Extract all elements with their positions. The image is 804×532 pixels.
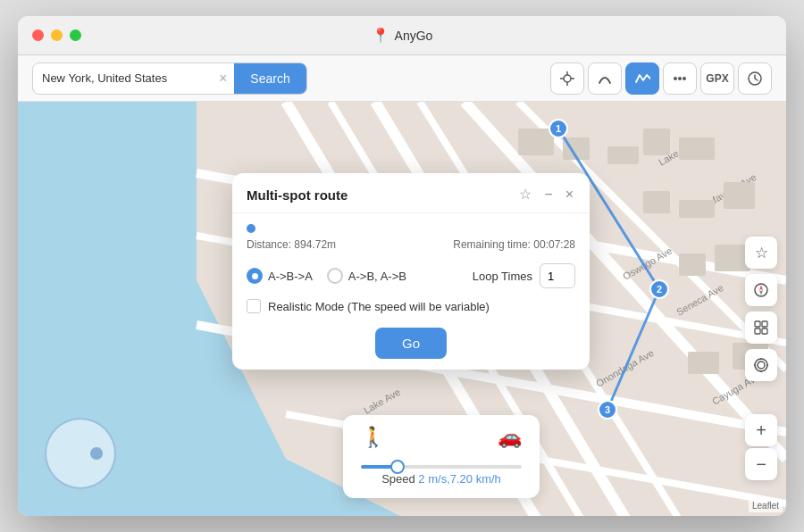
svg-rect-36 (679, 254, 706, 276)
route-options: A->B->A A->B, A->B Loop Times (247, 263, 575, 288)
realistic-mode-checkbox[interactable] (247, 299, 261, 313)
dialog-star-button[interactable]: ☆ (517, 186, 533, 204)
speed-icons: 🚶 🚗 (361, 426, 522, 449)
speed-slider[interactable] (361, 465, 522, 469)
svg-rect-50 (762, 321, 767, 327)
option-ab-loop[interactable]: A->B->A (247, 268, 313, 284)
crosshair-tool-button[interactable] (550, 62, 584, 95)
option-ab-label: A->B, A->B (348, 270, 406, 283)
option-ab-loop-label: A->B->A (268, 270, 313, 283)
favorites-button[interactable]: ☆ (745, 237, 777, 269)
title-pin-icon: 📍 (372, 27, 389, 44)
traffic-lights (32, 29, 81, 41)
search-button[interactable]: Search (234, 62, 306, 95)
gpx-label: GPX (706, 72, 728, 85)
dots-tool-button[interactable] (663, 62, 697, 95)
toolbar: × Search (18, 55, 786, 102)
dialog-header-actions: ☆ − × (517, 186, 575, 204)
route-info: Distance: 894.72m Remaining time: 00:07:… (247, 238, 575, 251)
svg-point-7 (683, 77, 686, 80)
joystick-dot (90, 447, 103, 460)
dialog-close-button[interactable]: × (564, 186, 575, 204)
compass-button[interactable] (745, 274, 777, 306)
dialog-body: Distance: 894.72m Remaining time: 00:07:… (232, 213, 590, 370)
walk-icon: 🚶 (361, 426, 385, 449)
realistic-mode-label: Realistic Mode (The speed will be variab… (268, 300, 490, 313)
svg-rect-33 (643, 191, 670, 213)
map-layers-button[interactable] (745, 312, 777, 344)
car-icon: 🚗 (498, 426, 522, 449)
svg-text:2: 2 (657, 284, 662, 295)
svg-marker-48 (759, 290, 763, 295)
svg-point-6 (678, 77, 682, 80)
loop-times-label: Loop Times (473, 270, 532, 283)
svg-rect-38 (688, 352, 719, 374)
go-button[interactable]: Go (375, 328, 447, 359)
joystick[interactable] (45, 418, 116, 489)
leaflet-credit: Leaflet (749, 499, 783, 512)
app-window: 📍 AnyGo × Search (18, 16, 786, 516)
svg-point-54 (755, 359, 767, 371)
fullscreen-traffic-light[interactable] (70, 29, 81, 41)
zoom-out-button[interactable]: − (745, 448, 777, 480)
svg-rect-35 (724, 182, 755, 209)
search-clear-icon[interactable]: × (212, 71, 234, 86)
svg-rect-52 (762, 328, 767, 334)
loop-times-input[interactable] (540, 263, 575, 288)
search-container: × Search (32, 62, 307, 95)
remaining-label: Remaining time: 00:07:28 (453, 238, 575, 251)
right-sidebar: ☆ (745, 237, 777, 381)
history-tool-button[interactable] (738, 62, 772, 95)
svg-text:3: 3 (605, 404, 610, 415)
option-ab[interactable]: A->B, A->B (327, 268, 406, 284)
svg-rect-28 (518, 129, 554, 155)
multispot-dialog: Multi-spot route ☆ − × Distance: 894.72m… (232, 173, 590, 370)
dialog-header: Multi-spot route ☆ − × (232, 173, 590, 213)
map-area[interactable]: Lake Ave Lafayette Ave Oswego Ave Seneca… (18, 102, 786, 516)
radio-checked-icon (247, 268, 263, 284)
svg-rect-51 (755, 328, 760, 334)
zoom-in-button[interactable]: + (745, 414, 777, 446)
search-input[interactable] (33, 71, 212, 85)
gpx-tool-button[interactable]: GPX (700, 62, 734, 95)
titlebar-title: 📍 AnyGo (372, 27, 433, 44)
radio-unchecked-icon (327, 268, 343, 284)
dialog-minimize-button[interactable]: − (542, 186, 554, 204)
minimize-traffic-light[interactable] (51, 29, 63, 41)
speed-label: Speed 2 m/s,7.20 km/h (361, 472, 522, 486)
pin-dot-icon (247, 224, 255, 233)
svg-point-0 (564, 75, 571, 82)
svg-text:1: 1 (556, 123, 561, 134)
svg-rect-30 (607, 146, 639, 164)
dialog-title: Multi-spot route (247, 187, 517, 203)
speed-value: 2 m/s,7.20 km/h (418, 472, 500, 486)
speed-static-label: Speed (381, 472, 415, 486)
realistic-mode-option[interactable]: Realistic Mode (The speed will be variab… (247, 299, 575, 313)
loop-times-container: Loop Times (473, 263, 575, 288)
titlebar: 📍 AnyGo (18, 16, 786, 55)
close-traffic-light[interactable] (32, 29, 44, 41)
svg-rect-49 (755, 321, 760, 327)
multispot-tool-button[interactable] (625, 62, 659, 95)
svg-point-53 (758, 362, 765, 369)
svg-rect-31 (643, 129, 670, 155)
zoom-controls: + − (745, 414, 777, 480)
route-tool-button[interactable] (588, 62, 622, 95)
app-title: AnyGo (395, 29, 433, 43)
svg-point-5 (674, 77, 677, 80)
svg-rect-34 (679, 200, 715, 218)
speed-panel: 🚶 🚗 Speed 2 m/s,7.20 km/h (343, 415, 540, 498)
svg-rect-32 (679, 137, 715, 160)
toolbar-actions: GPX (550, 62, 772, 95)
locate-button[interactable] (745, 349, 777, 381)
svg-marker-47 (759, 285, 763, 290)
distance-label: Distance: 894.72m (247, 238, 336, 251)
